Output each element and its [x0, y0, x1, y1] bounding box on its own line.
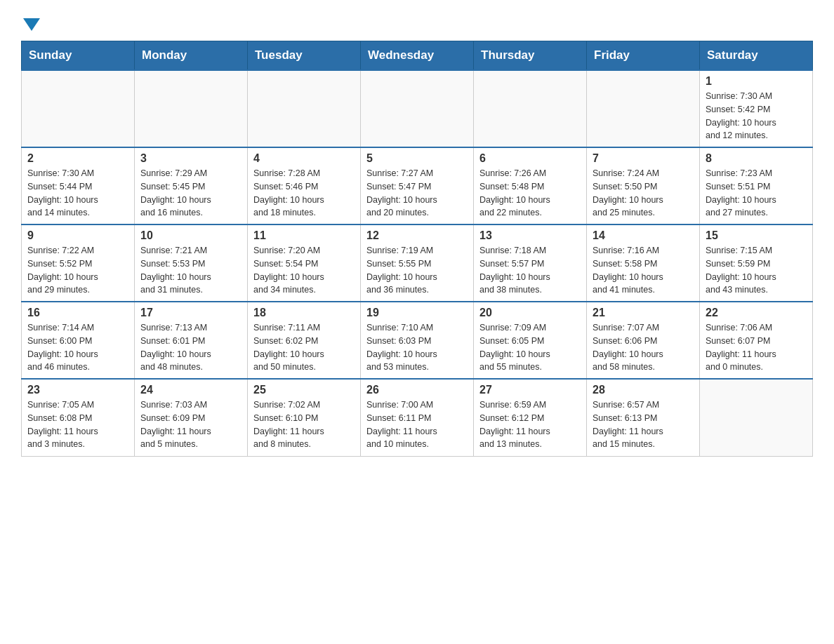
day-number: 7	[593, 152, 694, 165]
day-info: Sunrise: 7:05 AMSunset: 6:08 PMDaylight:…	[27, 398, 128, 451]
calendar-cell: 9Sunrise: 7:22 AMSunset: 5:52 PMDaylight…	[22, 224, 135, 302]
calendar-cell: 5Sunrise: 7:27 AMSunset: 5:47 PMDaylight…	[361, 147, 474, 224]
week-row-2: 9Sunrise: 7:22 AMSunset: 5:52 PMDaylight…	[22, 224, 813, 302]
weekday-header-tuesday: Tuesday	[248, 41, 361, 71]
day-number: 21	[593, 307, 694, 319]
page-header	[21, 14, 813, 28]
day-number: 26	[366, 384, 468, 396]
weekday-header-saturday: Saturday	[700, 41, 813, 71]
day-number: 28	[593, 384, 694, 396]
calendar-cell: 13Sunrise: 7:18 AMSunset: 5:57 PMDayligh…	[474, 224, 587, 302]
day-info: Sunrise: 7:30 AMSunset: 5:42 PMDaylight:…	[706, 90, 807, 142]
day-info: Sunrise: 7:00 AMSunset: 6:11 PMDaylight:…	[366, 398, 468, 451]
calendar-cell: 15Sunrise: 7:15 AMSunset: 5:59 PMDayligh…	[700, 224, 813, 302]
calendar-cell: 21Sunrise: 7:07 AMSunset: 6:06 PMDayligh…	[587, 302, 700, 379]
day-number: 14	[593, 229, 694, 242]
day-number: 5	[366, 152, 468, 165]
calendar-cell: 24Sunrise: 7:03 AMSunset: 6:09 PMDayligh…	[135, 379, 248, 456]
day-number: 1	[706, 75, 807, 88]
calendar-table: SundayMondayTuesdayWednesdayThursdayFrid…	[21, 41, 813, 457]
day-number: 13	[479, 229, 581, 242]
calendar-cell: 26Sunrise: 7:00 AMSunset: 6:11 PMDayligh…	[361, 379, 474, 456]
day-info: Sunrise: 7:03 AMSunset: 6:09 PMDaylight:…	[140, 398, 241, 451]
day-info: Sunrise: 7:21 AMSunset: 5:53 PMDaylight:…	[140, 244, 241, 297]
logo	[21, 14, 40, 28]
day-info: Sunrise: 7:18 AMSunset: 5:57 PMDaylight:…	[479, 244, 581, 297]
day-number: 19	[366, 307, 468, 319]
calendar-cell: 6Sunrise: 7:26 AMSunset: 5:48 PMDaylight…	[474, 147, 587, 224]
calendar-cell: 7Sunrise: 7:24 AMSunset: 5:50 PMDaylight…	[587, 147, 700, 224]
calendar-cell: 23Sunrise: 7:05 AMSunset: 6:08 PMDayligh…	[22, 379, 135, 456]
calendar-cell: 22Sunrise: 7:06 AMSunset: 6:07 PMDayligh…	[700, 302, 813, 379]
weekday-header-thursday: Thursday	[474, 41, 587, 71]
calendar-cell	[135, 70, 248, 147]
calendar-cell: 8Sunrise: 7:23 AMSunset: 5:51 PMDaylight…	[700, 147, 813, 224]
day-number: 16	[27, 307, 128, 319]
day-info: Sunrise: 7:28 AMSunset: 5:46 PMDaylight:…	[253, 167, 355, 220]
calendar-cell: 28Sunrise: 6:57 AMSunset: 6:13 PMDayligh…	[587, 379, 700, 456]
logo-triangle-icon	[23, 18, 40, 31]
weekday-header-sunday: Sunday	[22, 41, 135, 71]
day-info: Sunrise: 7:24 AMSunset: 5:50 PMDaylight:…	[593, 167, 694, 220]
calendar-cell: 10Sunrise: 7:21 AMSunset: 5:53 PMDayligh…	[135, 224, 248, 302]
day-number: 11	[253, 229, 355, 242]
day-info: Sunrise: 7:14 AMSunset: 6:00 PMDaylight:…	[27, 321, 128, 374]
day-info: Sunrise: 7:27 AMSunset: 5:47 PMDaylight:…	[366, 167, 468, 220]
day-info: Sunrise: 7:26 AMSunset: 5:48 PMDaylight:…	[479, 167, 581, 220]
weekday-header-monday: Monday	[135, 41, 248, 71]
day-number: 12	[366, 229, 468, 242]
day-info: Sunrise: 7:11 AMSunset: 6:02 PMDaylight:…	[253, 321, 355, 374]
calendar-cell: 3Sunrise: 7:29 AMSunset: 5:45 PMDaylight…	[135, 147, 248, 224]
day-info: Sunrise: 7:10 AMSunset: 6:03 PMDaylight:…	[366, 321, 468, 374]
day-info: Sunrise: 7:09 AMSunset: 6:05 PMDaylight:…	[479, 321, 581, 374]
day-number: 10	[140, 229, 241, 242]
day-info: Sunrise: 7:23 AMSunset: 5:51 PMDaylight:…	[706, 167, 807, 220]
calendar-cell: 27Sunrise: 6:59 AMSunset: 6:12 PMDayligh…	[474, 379, 587, 456]
day-number: 18	[253, 307, 355, 319]
week-row-0: 1Sunrise: 7:30 AMSunset: 5:42 PMDaylight…	[22, 70, 813, 147]
day-number: 6	[479, 152, 581, 165]
day-number: 17	[140, 307, 241, 319]
day-info: Sunrise: 7:30 AMSunset: 5:44 PMDaylight:…	[27, 167, 128, 220]
day-info: Sunrise: 7:19 AMSunset: 5:55 PMDaylight:…	[366, 244, 468, 297]
week-row-4: 23Sunrise: 7:05 AMSunset: 6:08 PMDayligh…	[22, 379, 813, 456]
calendar-cell	[248, 70, 361, 147]
weekday-header-row: SundayMondayTuesdayWednesdayThursdayFrid…	[22, 41, 813, 71]
day-number: 24	[140, 384, 241, 396]
day-info: Sunrise: 7:06 AMSunset: 6:07 PMDaylight:…	[706, 321, 807, 374]
day-number: 15	[706, 229, 807, 242]
calendar-cell: 19Sunrise: 7:10 AMSunset: 6:03 PMDayligh…	[361, 302, 474, 379]
day-info: Sunrise: 7:15 AMSunset: 5:59 PMDaylight:…	[706, 244, 807, 297]
weekday-header-friday: Friday	[587, 41, 700, 71]
calendar-cell: 4Sunrise: 7:28 AMSunset: 5:46 PMDaylight…	[248, 147, 361, 224]
calendar-cell	[361, 70, 474, 147]
calendar-cell	[700, 379, 813, 456]
week-row-3: 16Sunrise: 7:14 AMSunset: 6:00 PMDayligh…	[22, 302, 813, 379]
day-number: 8	[706, 152, 807, 165]
calendar-cell	[22, 70, 135, 147]
day-info: Sunrise: 7:02 AMSunset: 6:10 PMDaylight:…	[253, 398, 355, 451]
calendar-cell: 17Sunrise: 7:13 AMSunset: 6:01 PMDayligh…	[135, 302, 248, 379]
day-number: 2	[27, 152, 128, 165]
week-row-1: 2Sunrise: 7:30 AMSunset: 5:44 PMDaylight…	[22, 147, 813, 224]
day-number: 3	[140, 152, 241, 165]
day-number: 23	[27, 384, 128, 396]
calendar-cell: 1Sunrise: 7:30 AMSunset: 5:42 PMDaylight…	[700, 70, 813, 147]
day-info: Sunrise: 7:07 AMSunset: 6:06 PMDaylight:…	[593, 321, 694, 374]
calendar-cell	[474, 70, 587, 147]
calendar-cell	[587, 70, 700, 147]
day-info: Sunrise: 7:16 AMSunset: 5:58 PMDaylight:…	[593, 244, 694, 297]
day-number: 27	[479, 384, 581, 396]
calendar-cell: 11Sunrise: 7:20 AMSunset: 5:54 PMDayligh…	[248, 224, 361, 302]
weekday-header-wednesday: Wednesday	[361, 41, 474, 71]
calendar-cell: 2Sunrise: 7:30 AMSunset: 5:44 PMDaylight…	[22, 147, 135, 224]
day-info: Sunrise: 7:13 AMSunset: 6:01 PMDaylight:…	[140, 321, 241, 374]
day-number: 9	[27, 229, 128, 242]
calendar-cell: 12Sunrise: 7:19 AMSunset: 5:55 PMDayligh…	[361, 224, 474, 302]
day-info: Sunrise: 6:57 AMSunset: 6:13 PMDaylight:…	[593, 398, 694, 451]
calendar-cell: 25Sunrise: 7:02 AMSunset: 6:10 PMDayligh…	[248, 379, 361, 456]
day-info: Sunrise: 7:22 AMSunset: 5:52 PMDaylight:…	[27, 244, 128, 297]
day-number: 25	[253, 384, 355, 396]
calendar-cell: 20Sunrise: 7:09 AMSunset: 6:05 PMDayligh…	[474, 302, 587, 379]
calendar-cell: 18Sunrise: 7:11 AMSunset: 6:02 PMDayligh…	[248, 302, 361, 379]
